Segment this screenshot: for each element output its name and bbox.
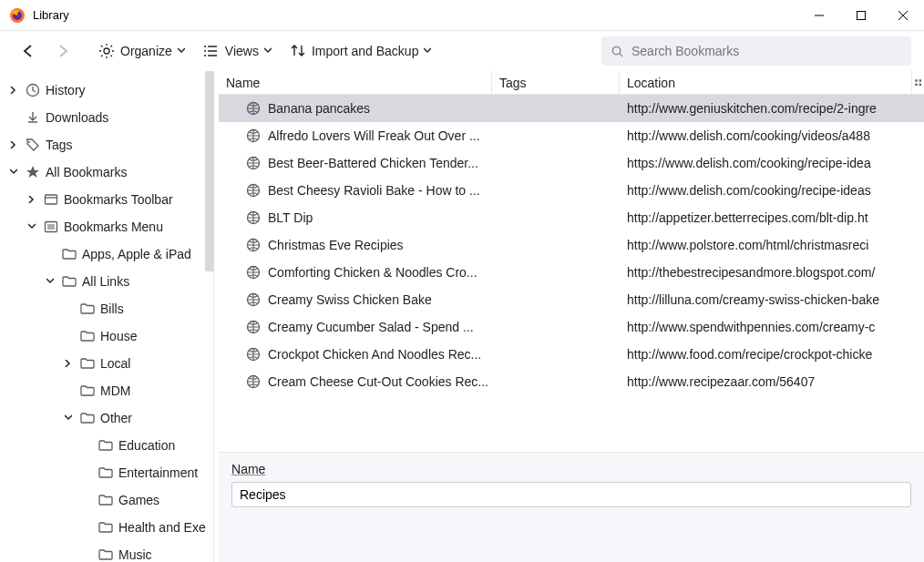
sidebar-item[interactable]: House: [0, 322, 213, 350]
bookmark-row[interactable]: Christmas Eve Recipieshttp://www.polstor…: [219, 231, 924, 259]
organize-label: Organize: [120, 44, 172, 58]
sidebar-item[interactable]: Bookmarks Menu: [0, 213, 213, 240]
column-picker[interactable]: [911, 71, 924, 94]
sidebar-item[interactable]: Education: [0, 432, 213, 459]
views-label: Views: [225, 44, 259, 58]
sidebar-item[interactable]: Music: [0, 541, 213, 562]
folder-icon: [98, 520, 113, 535]
minimize-button[interactable]: [798, 0, 840, 31]
sidebar-item-label: Other: [100, 411, 132, 425]
sidebar-item-label: History: [46, 83, 86, 97]
sidebar-item[interactable]: Other: [0, 404, 213, 432]
history-icon: [26, 83, 40, 97]
bookmark-row[interactable]: Crockpot Chicken And Noodles Rec...http:…: [219, 341, 924, 368]
chevron-right-icon[interactable]: [7, 138, 20, 151]
folder-icon: [98, 438, 113, 453]
details-pane: Name: [219, 452, 924, 562]
bookmark-row[interactable]: Creamy Swiss Chicken Bakehttp://lilluna.…: [219, 286, 924, 313]
back-button[interactable]: [13, 38, 44, 64]
menu-icon: [44, 220, 58, 234]
chevron-down-icon[interactable]: [44, 275, 56, 288]
chevron-right-icon[interactable]: [7, 84, 20, 97]
bookmark-list[interactable]: Banana pancakeshttp://www.geniuskitchen.…: [219, 95, 924, 452]
bookmark-location: http://thebestrecipesandmore.blogspot.co…: [620, 265, 924, 280]
search-box[interactable]: [601, 36, 911, 66]
sidebar-item[interactable]: Downloads: [0, 104, 213, 131]
globe-icon: [246, 347, 261, 362]
bookmark-name: Banana pancakes: [268, 101, 370, 116]
sidebar-item-label: Bookmarks Toolbar: [64, 192, 173, 207]
sidebar-item-label: Health and Exe: [118, 520, 206, 535]
sidebar-item[interactable]: All Links: [0, 268, 213, 295]
bookmark-row[interactable]: BLT Diphttp://appetizer.betterrecipes.co…: [219, 204, 924, 231]
chevron-right-icon[interactable]: [62, 357, 75, 370]
search-icon: [611, 45, 624, 58]
svg-rect-12: [857, 11, 866, 19]
folder-icon: [62, 247, 77, 261]
forward-button[interactable]: [47, 38, 78, 64]
globe-icon: [246, 183, 261, 198]
sidebar-item[interactable]: Apps, Apple & iPad: [0, 240, 213, 268]
details-name-label: Name: [231, 462, 911, 476]
column-tags[interactable]: Tags: [492, 71, 620, 94]
bookmark-location: http://appetizer.betterrecipes.com/blt-d…: [620, 210, 924, 225]
sort-icon: [290, 43, 306, 59]
sidebar-item[interactable]: History: [0, 77, 213, 104]
bookmark-location: http://www.geniuskitchen.com/recipe/2-in…: [620, 101, 924, 116]
bookmark-row[interactable]: Cream Cheese Cut-Out Cookies Rec...http:…: [219, 368, 924, 395]
bookmark-name: Best Cheesy Ravioli Bake - How to ...: [268, 183, 480, 198]
sidebar-item[interactable]: Tags: [0, 131, 213, 158]
maximize-button[interactable]: [840, 0, 882, 31]
bookmark-location: http://www.delish.com/cooking/videos/a48…: [620, 128, 924, 143]
bookmark-location: http://www.spendwithpennies.com/creamy-c: [620, 320, 924, 334]
globe-icon: [246, 320, 261, 334]
sidebar-item-label: Education: [118, 438, 175, 453]
sidebar-item[interactable]: Health and Exe: [0, 514, 213, 541]
globe-icon: [246, 128, 261, 143]
views-menu[interactable]: Views: [196, 38, 279, 64]
bookmark-location: http://www.recipezaar.com/56407: [620, 374, 924, 389]
column-location[interactable]: Location: [620, 71, 911, 94]
column-name[interactable]: Name: [219, 71, 492, 94]
bookmark-row[interactable]: Comforting Chicken & Noodles Cro...http:…: [219, 259, 924, 286]
sidebar-item[interactable]: Bookmarks Toolbar: [0, 186, 213, 213]
sidebar-item-label: Downloads: [46, 110, 108, 125]
sidebar-item-label: Local: [100, 356, 130, 371]
sidebar-item[interactable]: Local: [0, 350, 213, 377]
folder-icon: [98, 465, 113, 480]
organize-menu[interactable]: Organize: [91, 38, 192, 64]
sidebar-item[interactable]: Entertainment: [0, 459, 213, 486]
bookmark-row[interactable]: Alfredo Lovers Will Freak Out Over ...ht…: [219, 122, 924, 149]
sidebar-item[interactable]: MDM: [0, 377, 213, 404]
globe-icon: [246, 101, 261, 116]
bookmark-row[interactable]: Creamy Cucumber Salad - Spend ...http://…: [219, 313, 924, 341]
folder-icon: [80, 411, 95, 425]
bookmark-name: Alfredo Lovers Will Freak Out Over ...: [268, 128, 480, 143]
sidebar-splitter[interactable]: [213, 71, 219, 562]
svg-rect-15: [915, 83, 918, 86]
sidebar[interactable]: HistoryDownloadsTagsAll BookmarksBookmar…: [0, 71, 213, 562]
details-name-input[interactable]: [231, 482, 911, 507]
close-button[interactable]: [882, 0, 924, 31]
sidebar-item[interactable]: All Bookmarks: [0, 158, 213, 186]
sidebar-item-label: Apps, Apple & iPad: [82, 247, 191, 261]
chevron-down-icon[interactable]: [26, 220, 38, 233]
folder-icon: [62, 274, 77, 289]
sidebar-item[interactable]: Games: [0, 486, 213, 514]
bookmark-location: http://lilluna.com/creamy-swiss-chicken-…: [620, 292, 924, 307]
bookmark-name: Best Beer-Battered Chicken Tender...: [268, 156, 478, 170]
folder-icon: [80, 329, 95, 343]
globe-icon: [246, 292, 261, 307]
list-icon: [203, 43, 220, 59]
chevron-down-icon[interactable]: [62, 412, 75, 424]
import-backup-menu[interactable]: Import and Backup: [282, 38, 439, 64]
chevron-down-icon: [264, 47, 272, 55]
chevron-down-icon[interactable]: [7, 166, 20, 179]
sidebar-item[interactable]: Bills: [0, 295, 213, 322]
bookmark-row[interactable]: Banana pancakeshttp://www.geniuskitchen.…: [219, 95, 924, 122]
chevron-right-icon[interactable]: [26, 193, 38, 206]
bookmark-row[interactable]: Best Cheesy Ravioli Bake - How to ...htt…: [219, 177, 924, 204]
bookmark-location: http://www.delish.com/cooking/recipe-ide…: [620, 183, 924, 198]
search-input[interactable]: [631, 44, 902, 58]
bookmark-row[interactable]: Best Beer-Battered Chicken Tender...http…: [219, 149, 924, 177]
